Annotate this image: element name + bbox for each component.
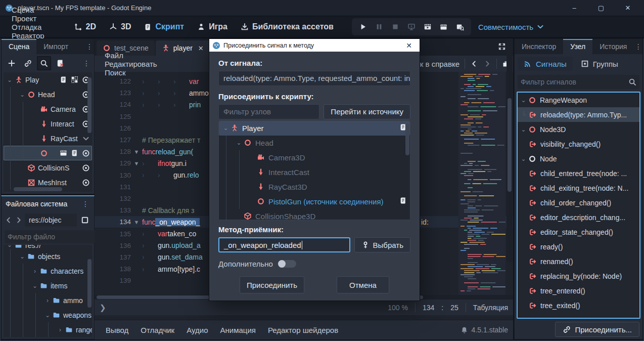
signal-editor_description_chang[interactable]: editor_description_chang... <box>518 210 639 225</box>
scene-tree-menu-icon[interactable]: ⋮ <box>82 59 91 67</box>
script-icon[interactable] <box>60 76 67 83</box>
notification-bell-icon[interactable] <box>461 326 468 334</box>
signal-filter-input[interactable] <box>521 78 626 86</box>
signal-ready[interactable]: ready() <box>518 239 639 254</box>
history-back-icon[interactable] <box>470 60 478 68</box>
workspace-3[interactable]: Игра <box>192 16 233 38</box>
instance-icon[interactable] <box>71 76 78 83</box>
tab-history[interactable]: История <box>592 39 634 54</box>
collapse-arrow-icon[interactable]: ⌄ <box>6 76 14 83</box>
tab-inspector[interactable]: Инспектор <box>515 39 563 54</box>
detach-script-button[interactable] <box>53 56 67 70</box>
expand-arrow-icon[interactable]: › <box>56 326 64 333</box>
expand-arrow-icon[interactable]: › <box>43 297 52 304</box>
scene-node-Head[interactable]: ⌄Head <box>4 87 92 102</box>
code-minimap[interactable] <box>458 72 505 295</box>
script-tab-player[interactable]: player✕ <box>156 40 210 56</box>
filesystem-menu-icon[interactable]: ⋮ <box>81 200 90 208</box>
tab-import[interactable]: Импорт <box>36 39 75 54</box>
scene-node-Interact[interactable]: Interact <box>4 116 92 131</box>
dialog-titlebar[interactable]: Присоединить сигнал к методу ✕ <box>209 39 420 52</box>
play-button[interactable] <box>356 20 370 34</box>
maximize-button[interactable]: ▢ <box>590 1 612 16</box>
scene-node-Play[interactable]: ⌄Play <box>4 72 92 87</box>
breadcrumb-toggle[interactable]: ❯ <box>100 303 106 312</box>
fs-folder-characters[interactable]: ›characters <box>4 264 92 278</box>
add-node-button[interactable] <box>5 56 19 70</box>
collapse-arrow-icon[interactable]: ⌄ <box>31 282 39 289</box>
scene-node-CollisionS[interactable]: CollisionS <box>4 160 92 175</box>
movie-button[interactable] <box>437 20 451 34</box>
subtab-groups[interactable]: Группы <box>575 57 624 71</box>
signal-child_exiting_treenodeN[interactable]: child_exiting_tree(node: N... <box>518 181 639 195</box>
version-label[interactable]: 4.5.1.stable <box>472 326 508 334</box>
collapse-arrow-icon[interactable]: ⌄ <box>235 139 243 146</box>
pause-button[interactable] <box>372 20 386 34</box>
history-forward-icon[interactable] <box>483 60 491 68</box>
expand-arrow-icon[interactable]: › <box>31 268 39 275</box>
pick-method-button[interactable]: Выбрать <box>354 237 410 252</box>
workspace-4[interactable]: Библиотека ассетов <box>236 16 339 38</box>
signal-visibility_changed[interactable]: visibility_changed() <box>518 137 639 151</box>
menu-2[interactable]: Отладка <box>6 23 50 31</box>
collapse-arrow-icon[interactable]: ⌄ <box>18 253 26 260</box>
fs-folder-items[interactable]: ⌄items <box>4 278 92 293</box>
collapse-arrow-icon[interactable]: ⌄ <box>520 97 527 104</box>
caret-line[interactable]: 134 <box>423 304 434 312</box>
dialog-node-InteractCast[interactable]: InteractCast <box>219 165 410 180</box>
dialog-node-PistolGun[interactable]: PistolGun (источник соединения) <box>219 194 410 209</box>
confirm-connect-button[interactable]: Присоединить <box>240 276 304 293</box>
tab-node[interactable]: Узел <box>563 39 592 54</box>
remote-play-button[interactable] <box>404 20 419 34</box>
fs-back-button[interactable] <box>5 216 13 224</box>
fs-forward-button[interactable] <box>15 216 23 224</box>
indent-type[interactable]: Табуляция <box>473 304 508 312</box>
signal-child_order_changed[interactable]: child_order_changed() <box>518 195 639 210</box>
movie-play-button[interactable] <box>421 20 435 34</box>
dock-menu-icon[interactable]: ⋮ <box>85 39 94 54</box>
signal-child_entered_treenode[interactable]: child_entered_tree(node: ... <box>518 166 639 181</box>
zoom-indicator[interactable]: 100 % <box>388 304 408 312</box>
signal-tree_exited[interactable]: tree_exited() <box>518 298 639 313</box>
subtab-signals[interactable]: Сигналы <box>518 57 573 71</box>
dialog-node-RayCast3D[interactable]: RayCast3D <box>219 180 410 194</box>
script-menu-1[interactable]: Редактировать <box>100 60 162 68</box>
close-button[interactable]: ✕ <box>617 1 639 16</box>
fs-path-field[interactable]: res://objec <box>25 214 77 227</box>
signal-class-Node3D[interactable]: ⌄Node3D <box>518 122 639 137</box>
dialog-node-Camera3D[interactable]: Camera3D <box>219 150 410 165</box>
fold-arrow-icon[interactable]: ▼ <box>131 160 142 166</box>
scene-tree-hscrollbar[interactable] <box>5 187 86 191</box>
close-tab-icon[interactable]: ✕ <box>198 45 204 52</box>
fs-split-view-button[interactable] <box>79 213 91 227</box>
fs-filter-input[interactable] <box>8 233 99 241</box>
right-dock-menu-icon[interactable]: ⋮ <box>634 39 642 54</box>
fs-folder-weapons[interactable]: ⌄weapons <box>4 308 92 322</box>
fs-folder-ammo[interactable]: ›ammo <box>4 293 92 308</box>
cancel-button[interactable]: Отмена <box>337 276 389 293</box>
signal-tree_entered[interactable]: tree_entered() <box>518 283 639 298</box>
collapse-arrow-icon[interactable]: ⌄ <box>6 245 14 248</box>
distraction-free-icon[interactable] <box>498 42 506 51</box>
script-icon[interactable] <box>71 149 78 157</box>
goto-source-button[interactable]: Перейти к источнику <box>324 104 410 119</box>
collapse-arrow-icon[interactable]: ⌄ <box>222 124 229 132</box>
connect-button[interactable]: Присоединить... <box>555 322 639 337</box>
script-menu-0[interactable]: Файл <box>100 51 162 60</box>
signal-replacing_bynodeNode[interactable]: replacing_by(node: Node) <box>518 269 639 283</box>
signal-class-Node[interactable]: ⌄Node <box>518 151 639 166</box>
bottom-tab-4[interactable]: Редактор шейдеров <box>262 326 344 334</box>
workspace-1[interactable]: 3D <box>104 16 136 38</box>
menu-1[interactable]: Проект <box>6 14 50 23</box>
instance-scene-button[interactable] <box>21 56 35 70</box>
signal-editor_state_changed[interactable]: editor_state_changed() <box>518 225 639 239</box>
dialog-close-button[interactable]: ✕ <box>401 41 417 50</box>
workspace-0[interactable]: 2D <box>69 16 101 38</box>
dialog-tree-vscrollbar[interactable] <box>405 122 409 219</box>
code-vscrollbar[interactable] <box>507 38 513 262</box>
collapse-arrow-icon[interactable]: ⌄ <box>43 312 52 319</box>
scene-node-selected[interactable] <box>4 146 92 160</box>
advanced-toggle[interactable] <box>278 260 296 268</box>
fs-folder-range[interactable]: ›range <box>4 322 92 337</box>
profiler-button[interactable] <box>453 20 467 34</box>
